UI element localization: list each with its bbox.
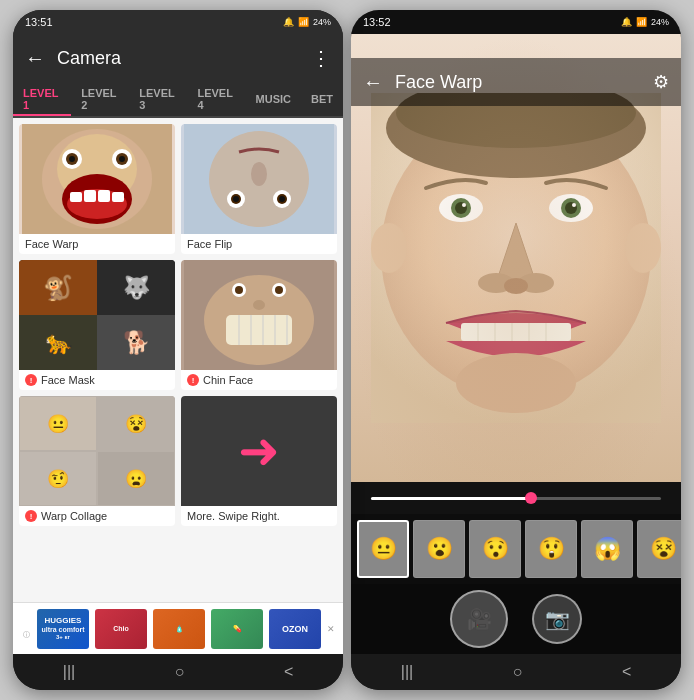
- svg-point-23: [251, 162, 267, 186]
- video-button[interactable]: 🎥: [450, 590, 508, 648]
- face-mask-label: ! Face Mask: [19, 370, 175, 390]
- chin-face-label: ! Chin Face: [181, 370, 337, 390]
- ad-label: ⓘ: [21, 625, 31, 632]
- collage-cell-4: 😦: [97, 451, 175, 506]
- more-swipe-item[interactable]: ➜ More. Swipe Right.: [181, 396, 337, 526]
- ad-chio[interactable]: Chio: [95, 609, 147, 649]
- status-bar-right: 13:52 🔔 📶 24%: [351, 10, 681, 34]
- home-button-left[interactable]: ○: [175, 663, 185, 681]
- back-button-nav-left[interactable]: <: [284, 663, 293, 681]
- face-warp-thumbnail: [19, 124, 175, 234]
- chin-face-svg: [181, 260, 337, 370]
- chin-face-item[interactable]: ! Chin Face: [181, 260, 337, 390]
- back-button-nav-right[interactable]: <: [622, 663, 631, 681]
- alarm-icon: 🔔: [283, 17, 294, 27]
- strip-thumb-4[interactable]: 😲: [525, 520, 577, 578]
- effects-grid: Face Warp: [13, 118, 343, 602]
- mask-cell-2: 🐺: [97, 260, 175, 315]
- time-right: 13:52: [363, 16, 391, 28]
- status-icons-left: 🔔 📶 24%: [283, 17, 331, 27]
- svg-rect-5: [70, 192, 82, 202]
- menu-button-right[interactable]: |||: [401, 663, 413, 681]
- left-phone: 13:51 🔔 📶 24% ← Camera ⋮ LEVEL 1 LEVEL 2…: [13, 10, 343, 690]
- svg-rect-7: [98, 190, 110, 202]
- photo-icon: 📷: [545, 607, 570, 631]
- collage-cell-3: 🤨: [19, 451, 97, 506]
- tab-music[interactable]: MUSIC: [246, 82, 301, 116]
- right-phone: 13:52 🔔 📶 24% ← Face Warp ⚙: [351, 10, 681, 690]
- ad-product3[interactable]: 🧴: [153, 609, 205, 649]
- signal-icon: 📶: [298, 17, 309, 27]
- gear-icon[interactable]: ⚙: [653, 71, 669, 93]
- face-flip-svg: [181, 124, 337, 234]
- nav-bar-right: ||| ○ <: [351, 654, 681, 690]
- tab-level4[interactable]: LEVEL 4: [187, 82, 245, 116]
- ad-close-button[interactable]: ✕: [327, 624, 335, 634]
- effect-thumbnail-strip: 😐 😮 😯 😲 😱 😵: [351, 514, 681, 584]
- menu-button-left[interactable]: |||: [63, 663, 75, 681]
- face-warp-item[interactable]: Face Warp: [19, 124, 175, 254]
- signal-icon-right: 📶: [636, 17, 647, 27]
- more-thumbnail: ➜: [181, 396, 337, 506]
- strip-thumb-5[interactable]: 😱: [581, 520, 633, 578]
- photo-button[interactable]: 📷: [532, 594, 582, 644]
- back-button-left[interactable]: ←: [25, 47, 45, 70]
- warp-slider[interactable]: [351, 482, 681, 514]
- app-bar-left: ← Camera ⋮: [13, 34, 343, 82]
- strip-thumb-1[interactable]: 😐: [357, 520, 409, 578]
- strip-thumb-3[interactable]: 😯: [469, 520, 521, 578]
- tab-bet[interactable]: BET: [301, 82, 343, 116]
- svg-point-36: [253, 300, 265, 310]
- svg-rect-8: [112, 192, 124, 202]
- ad-product4[interactable]: 💊: [211, 609, 263, 649]
- tab-level1[interactable]: LEVEL 1: [13, 82, 71, 116]
- svg-rect-26: [226, 315, 292, 345]
- home-button-right[interactable]: ○: [513, 663, 523, 681]
- face-flip-thumbnail: [181, 124, 337, 234]
- tab-level3[interactable]: LEVEL 3: [129, 82, 187, 116]
- more-button-left[interactable]: ⋮: [311, 46, 331, 70]
- warning-icon-chin: !: [187, 374, 199, 386]
- collage-cell-2: 😵: [97, 396, 175, 451]
- strip-thumb-6[interactable]: 😵: [637, 520, 681, 578]
- time-left: 13:51: [25, 16, 53, 28]
- video-icon: 🎥: [467, 607, 492, 631]
- mask-cell-1: 🐒: [19, 260, 97, 315]
- alarm-icon-right: 🔔: [621, 17, 632, 27]
- svg-point-13: [69, 156, 75, 162]
- warp-collage-item[interactable]: 😐 😵 🤨 😦 ! Warp Collage: [19, 396, 175, 526]
- warning-icon-collage: !: [25, 510, 37, 522]
- right-phone-content: ← Face Warp ⚙: [351, 34, 681, 690]
- more-label: More. Swipe Right.: [181, 506, 337, 526]
- warp-collage-thumbnail: 😐 😵 🤨 😦: [19, 396, 175, 506]
- nav-bar-left: ||| ○ <: [13, 654, 343, 690]
- slider-track: [371, 497, 661, 500]
- face-mask-thumbnail: 🐒 🐺 🐆 🐕: [19, 260, 175, 370]
- face-flip-label: Face Flip: [181, 234, 337, 254]
- back-button-right[interactable]: ←: [363, 71, 383, 94]
- warp-collage-label: ! Warp Collage: [19, 506, 175, 526]
- tab-level2[interactable]: LEVEL 2: [71, 82, 129, 116]
- mask-cell-4: 🐕: [97, 315, 175, 370]
- ad-banner: ⓘ HUGGIES ultra comfort 3+ кг Chio 🧴 💊 O…: [13, 602, 343, 654]
- face-warp-svg: [19, 124, 175, 234]
- ad-huggies[interactable]: HUGGIES ultra comfort 3+ кг: [37, 609, 89, 649]
- mask-cell-3: 🐆: [19, 315, 97, 370]
- camera-controls: 🎥 📷: [351, 584, 681, 654]
- slider-thumb[interactable]: [525, 492, 537, 504]
- svg-rect-6: [84, 190, 96, 202]
- tabs-left: LEVEL 1 LEVEL 2 LEVEL 3 LEVEL 4 MUSIC BE…: [13, 82, 343, 118]
- status-icons-right: 🔔 📶 24%: [621, 17, 669, 27]
- chin-face-thumbnail: [181, 260, 337, 370]
- warning-icon-mask: !: [25, 374, 37, 386]
- strip-thumb-2[interactable]: 😮: [413, 520, 465, 578]
- svg-point-35: [275, 286, 283, 294]
- battery-label: 24%: [313, 17, 331, 27]
- app-bar-right: ← Face Warp ⚙: [351, 58, 681, 106]
- face-mask-item[interactable]: 🐒 🐺 🐆 🐕 ! Face Mask: [19, 260, 175, 390]
- collage-cell-1: 😐: [19, 396, 97, 451]
- slider-fill: [371, 497, 531, 500]
- ad-ozon[interactable]: OZON: [269, 609, 321, 649]
- face-flip-item[interactable]: Face Flip: [181, 124, 337, 254]
- svg-point-21: [233, 196, 239, 202]
